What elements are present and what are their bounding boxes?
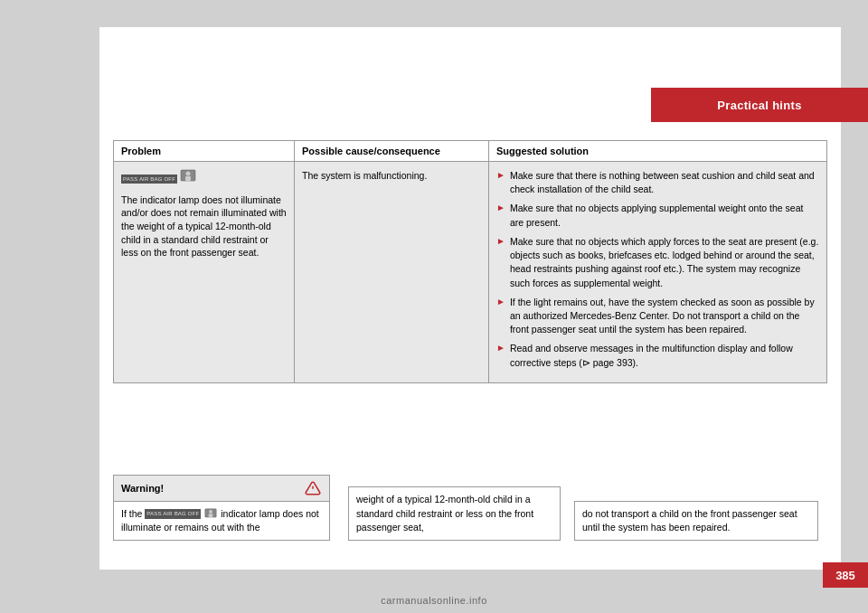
col-problem-header: Problem (114, 141, 295, 161)
watermark: carmanualsonline.info (381, 595, 487, 606)
child-seat-icon (179, 169, 197, 189)
svg-rect-7 (209, 514, 213, 517)
solution-text-2: Make sure that no objects applying suppl… (510, 202, 819, 229)
header-tab: Practical hints (651, 88, 868, 122)
table-body-row: PASS AIR BAG OFF The indicator lamp does… (114, 162, 826, 382)
svg-rect-2 (185, 176, 191, 181)
solution-text-1: Make sure that there is nothing between … (510, 169, 819, 196)
solution-item-1: ► Make sure that there is nothing betwee… (496, 169, 819, 196)
warning-box: Warning! If the PASS AIR BAG OFF indicat… (113, 475, 330, 541)
svg-point-1 (186, 172, 191, 176)
footer-middle-box: weight of a typical 12-month-old child i… (348, 486, 561, 541)
warning-title: Warning! (121, 483, 164, 494)
solution-item-2: ► Make sure that no objects applying sup… (496, 202, 819, 229)
cause-cell: The system is malfunctioning. (295, 162, 489, 382)
bullet-arrow-3: ► (496, 235, 505, 249)
problem-text: The indicator lamp does not illuminate a… (121, 193, 287, 259)
warning-body: If the PASS AIR BAG OFF indicator lamp d… (114, 502, 329, 540)
solution-cell: ► Make sure that there is nothing betwee… (489, 162, 826, 382)
bullet-arrow-2: ► (496, 202, 505, 215)
footer-middle-text: weight of a typical 12-month-old child i… (356, 494, 533, 532)
main-table: Problem Possible cause/consequence Sugge… (113, 140, 827, 383)
warning-badge: PASS AIR BAG OFF (145, 509, 201, 519)
bullet-arrow-1: ► (496, 169, 505, 183)
solution-text-4: If the light remains out, have the syste… (510, 296, 819, 337)
warning-body-text: If the PASS AIR BAG OFF indicator lamp d… (121, 508, 319, 533)
warning-child-icon (203, 508, 221, 519)
cause-text: The system is malfunctioning. (302, 170, 427, 181)
col-solution-header: Suggested solution (489, 141, 826, 161)
footer-right-box: do not transport a child on the front pa… (574, 501, 818, 541)
svg-point-6 (209, 510, 212, 514)
footer-right-text: do not transport a child on the front pa… (582, 508, 797, 533)
solution-item-3: ► Make sure that no objects which apply … (496, 235, 819, 290)
bullet-arrow-4: ► (496, 296, 505, 309)
page-number-text: 385 (835, 569, 855, 582)
page-number-badge: 385 (823, 562, 868, 588)
solution-item-5: ► Read and observe messages in the multi… (496, 342, 819, 369)
pass-airbag-badge: PASS AIR BAG OFF (121, 174, 177, 184)
header-title: Practical hints (717, 99, 801, 112)
bullet-arrow-5: ► (496, 342, 505, 355)
solution-text-5: Read and observe messages in the multifu… (510, 342, 819, 369)
table-header-row: Problem Possible cause/consequence Sugge… (114, 141, 826, 162)
solution-text-3: Make sure that no objects which apply fo… (510, 235, 819, 290)
watermark-text: carmanualsonline.info (381, 595, 487, 606)
problem-cell: PASS AIR BAG OFF The indicator lamp does… (114, 162, 295, 382)
solution-item-4: ► If the light remains out, have the sys… (496, 296, 819, 337)
warning-icon (304, 479, 322, 497)
warning-header: Warning! (114, 476, 329, 502)
col-cause-header: Possible cause/consequence (295, 141, 489, 161)
